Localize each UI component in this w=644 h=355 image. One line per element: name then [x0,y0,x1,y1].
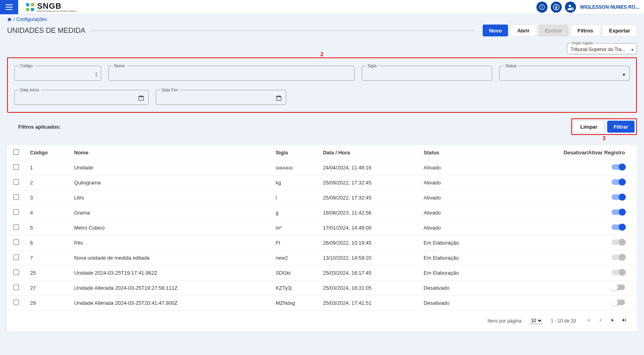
nome-field[interactable]: Nome [108,64,355,81]
row-toggle[interactable] [612,179,625,185]
cell-status: Desativado [421,281,497,296]
table-row[interactable]: 27Unidade Alterada 2024-03-25T19:27:58.1… [7,281,637,296]
page-size-select[interactable]: 10 [529,317,543,324]
limpar-button[interactable]: Limpar [574,121,604,133]
sigla-label: Sigla [366,64,378,68]
next-page-button[interactable] [608,315,617,326]
table-row[interactable]: 1Unidadeuuuuuu24/04/2024, 11:46:16Ativad… [7,160,637,175]
nome-label: Nome [113,64,127,68]
cell-nome: Quilograma [71,175,273,190]
cell-data: 25/03/2024, 16:17:45 [320,266,421,281]
row-checkbox[interactable] [13,164,19,170]
table-row[interactable]: 6PésFt26/09/2022, 10:19:45Em Elaboração [7,235,637,251]
table-row[interactable]: 25Unidade 2024-03-25T19:17:41.962ZSDGkt2… [7,266,637,281]
sigla-input[interactable] [366,71,488,77]
novo-button[interactable]: Novo [483,25,508,36]
last-page-button[interactable] [619,315,629,326]
user-check-icon [567,4,574,11]
row-toggle[interactable] [612,285,625,290]
calendar-icon[interactable] [276,95,282,102]
row-checkbox[interactable] [13,209,19,215]
sigla-field[interactable]: Sigla [362,64,492,81]
row-checkbox[interactable] [13,194,19,200]
table-row[interactable]: 5Metro Cúbicom³17/01/2024, 14:49:09Ativa… [7,220,637,235]
col-sigla[interactable]: Sigla [272,145,320,160]
cell-sigla: g [272,205,320,220]
cell-codigo: 7 [27,251,71,266]
table-row[interactable]: 3Litrol25/09/2022, 17:32:45Ativado [7,190,637,205]
row-toggle [612,254,625,260]
user-avatar-button[interactable] [565,2,576,13]
user-name[interactable]: WIGLESSON NUNES RO... [580,4,639,10]
row-toggle[interactable] [612,209,625,215]
table-row[interactable]: 7Nova unidade de medida editadanew213/10… [7,251,637,266]
svg-rect-15 [139,96,144,97]
row-toggle[interactable] [612,224,625,230]
cell-codigo: 2 [27,175,71,190]
info-button[interactable] [536,2,548,13]
cell-sigla: m³ [272,220,320,235]
svg-point-8 [542,6,542,6]
svg-rect-1 [6,7,13,8]
accessibility-button[interactable] [551,2,562,13]
row-toggle[interactable] [612,194,625,200]
data-inicio-field[interactable]: Data Início [14,88,149,105]
svg-rect-6 [31,8,34,11]
logo: SNGB Sistema Nacional de Gestão de Bens [25,2,77,12]
table-row[interactable]: 4Gramag18/08/2023, 11:42:56Ativado [7,205,637,220]
exportar-button[interactable]: Exportar [602,25,637,36]
orgao-select[interactable]: Órgão logado Tribunal Superior do Tra... [567,41,637,54]
abrir-button[interactable]: Abrir [510,25,536,36]
cell-sigla: Ft [272,235,320,251]
row-toggle[interactable] [612,164,625,170]
nome-input[interactable] [113,71,350,77]
row-checkbox[interactable] [13,179,19,185]
cell-data: 25/09/2022, 17:32:45 [320,190,421,205]
codigo-input[interactable] [19,71,97,77]
col-codigo[interactable]: Código [27,145,71,160]
row-checkbox[interactable] [13,239,19,245]
cell-data: 13/10/2022, 14:59:20 [320,251,421,266]
col-toggle: Desativar/Ativar Registro [497,145,637,160]
table-row[interactable]: 2Quilogramakg25/09/2022, 17:32:45Ativado [7,175,637,190]
spinner-icon[interactable]: ▲▼ [95,72,98,77]
filtros-button[interactable]: Filtros [571,25,600,36]
row-checkbox[interactable] [13,300,19,305]
svg-rect-3 [26,3,29,6]
row-toggle[interactable] [612,300,625,305]
cell-sigla: kg [272,175,320,190]
row-checkbox[interactable] [13,224,19,230]
codigo-label: Código [19,64,34,68]
prev-page-button [596,315,605,326]
cell-status: Ativado [421,220,497,235]
excluir-button: Excluir [538,25,568,36]
cell-nome: Litro [71,190,273,205]
status-input[interactable] [504,71,625,77]
select-all-checkbox[interactable] [13,149,19,155]
cell-nome: Unidade Alterada 2024-03-25T19:27:58.111… [71,281,273,296]
breadcrumb-item[interactable]: Configurações [16,17,47,22]
status-field[interactable]: Status ▾ [499,64,630,81]
cell-status: Em Elaboração [421,266,497,281]
menu-button[interactable] [0,0,18,14]
applied-filters-label: Filtros aplicados: [18,124,61,130]
svg-rect-16 [140,95,140,96]
cell-nome: Unidade 2024-03-25T19:17:41.962Z [71,266,273,281]
row-checkbox[interactable] [13,285,19,290]
data-fim-field[interactable]: Data Fim [156,88,286,105]
cell-codigo: 25 [27,266,71,281]
breadcrumb[interactable]: / Configurações [7,17,637,22]
row-checkbox[interactable] [13,254,19,260]
col-status[interactable]: Status [421,145,497,160]
codigo-field[interactable]: Código ▲▼ [14,64,101,81]
calendar-icon[interactable] [138,95,144,102]
cell-nome: Grama [71,205,273,220]
col-data[interactable]: Data / Hora [320,145,421,160]
col-nome[interactable]: Nome [71,145,273,160]
data-fim-input[interactable] [160,95,282,101]
home-icon [7,17,12,22]
filtrar-button[interactable]: Filtrar [607,121,635,133]
table-row[interactable]: 29Unidade Alterada 2024-03-25T20:41:47.8… [7,296,637,311]
data-inicio-input[interactable] [19,95,144,101]
row-checkbox[interactable] [13,270,19,275]
